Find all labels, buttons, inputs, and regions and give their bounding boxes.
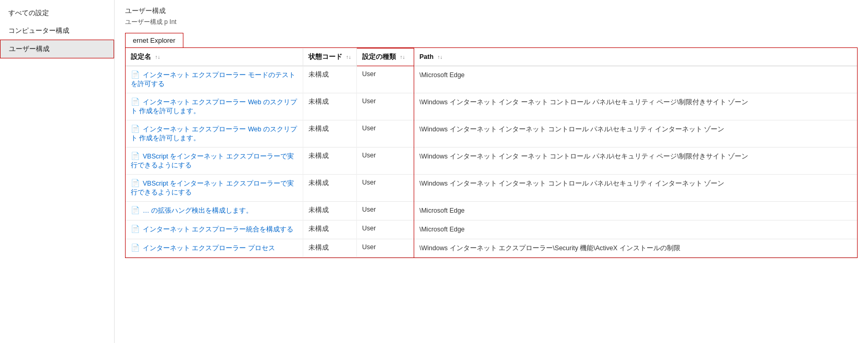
cell-status: 未構成 <box>303 175 356 202</box>
setting-name-link[interactable]: インターネット エクスプローラー統合を構成する <box>143 226 293 233</box>
col-header-name[interactable]: 設定名 ↑↓ <box>126 48 303 66</box>
cell-name: 📄インターネット エクスプローラー Web のスクリプト 作成を許可します。 <box>126 93 303 120</box>
setting-name-link[interactable]: インターネット エクスプローラー モードのテストを許可する <box>131 71 295 88</box>
cell-type: User <box>356 175 414 202</box>
doc-icon: 📄 <box>131 225 140 233</box>
doc-icon: 📄 <box>131 179 140 187</box>
cell-status: 未構成 <box>303 220 356 239</box>
col-header-path[interactable]: Path ↑↓ <box>414 48 857 66</box>
tab-ie[interactable]: ernet Explorer <box>125 33 183 47</box>
cell-path: \Windows インターネット インターネット コントロール パネル\セキュリ… <box>414 175 857 202</box>
sort-name-icon[interactable]: ↑↓ <box>155 54 160 60</box>
table-row: 📄インターネット エクスプローラー プロセス未構成User\Windows イン… <box>126 239 857 258</box>
setting-name-link[interactable]: VBScript をインターネット エクスプローラーで実行できるようにする <box>131 180 294 196</box>
main-content: ユーザー構成 ユーザー構成 p Int ernet Explorer 設定名 ↑… <box>115 0 868 343</box>
table-row: 📄インターネット エクスプローラー Web のスクリプト 作成を許可します。未構… <box>126 120 857 148</box>
cell-path: \Windows インターネット インタ ーネット コントロール パネル\セキュ… <box>414 93 857 120</box>
sidebar: すべての設定 コンピューター構成 ユーザー構成 <box>0 0 115 343</box>
settings-table-wrapper: 設定名 ↑↓ 状態コード ↑↓ 設定の種類 ↑↓ Path <box>125 47 858 258</box>
tab-ie-label: ernet Explorer <box>133 36 176 44</box>
tab-bar: ernet Explorer <box>125 33 858 47</box>
doc-icon: 📄 <box>131 70 140 79</box>
table-row: 📄インターネット エクスプローラー モードのテストを許可する未構成User\Mi… <box>126 66 857 93</box>
breadcrumb-main: ユーザー構成 <box>125 6 858 16</box>
cell-name: 📄VBScript をインターネット エクスプローラーで実行できるようにする <box>126 175 303 202</box>
cell-path: \Microsoft Edge <box>414 220 857 239</box>
table-row: 📄… の拡張ハング検出を構成します。未構成User\Microsoft Edge <box>126 202 857 220</box>
sidebar-item-computer-label: コンピューター構成 <box>8 27 69 34</box>
table-body: 📄インターネット エクスプローラー モードのテストを許可する未構成User\Mi… <box>126 66 857 258</box>
cell-name: 📄… の拡張ハング検出を構成します。 <box>126 202 303 220</box>
doc-icon: 📄 <box>131 206 140 214</box>
cell-name: 📄インターネット エクスプローラー統合を構成する <box>126 220 303 239</box>
breadcrumb-sub: ユーザー構成 p Int <box>125 18 858 27</box>
sidebar-item-all-label: すべての設定 <box>8 9 49 17</box>
sidebar-item-all[interactable]: すべての設定 <box>0 4 114 22</box>
table-row: 📄インターネット エクスプローラー統合を構成する未構成User\Microsof… <box>126 220 857 239</box>
cell-status: 未構成 <box>303 120 356 148</box>
cell-path: \Windows インターネット エクスプローラー\Security 機能\Ac… <box>414 239 857 258</box>
cell-path: \Windows インターネット インタ ーネット コントロール パネル\セキュ… <box>414 148 857 175</box>
doc-icon: 📄 <box>131 97 140 106</box>
cell-status: 未構成 <box>303 93 356 120</box>
settings-table: 設定名 ↑↓ 状態コード ↑↓ 設定の種類 ↑↓ Path <box>126 48 857 258</box>
cell-status: 未構成 <box>303 148 356 175</box>
col-header-type[interactable]: 設定の種類 ↑↓ <box>356 48 414 66</box>
setting-name-link[interactable]: インターネット エクスプローラー Web のスクリプト 作成を許可します。 <box>131 99 297 115</box>
sort-status-icon[interactable]: ↑↓ <box>346 54 351 60</box>
cell-name: 📄インターネット エクスプローラー Web のスクリプト 作成を許可します。 <box>126 120 303 148</box>
setting-name-link[interactable]: インターネット エクスプローラー プロセス <box>143 244 275 252</box>
col-header-status[interactable]: 状態コード ↑↓ <box>303 48 356 66</box>
cell-path: \Microsoft Edge <box>414 66 857 93</box>
table-row: 📄インターネット エクスプローラー Web のスクリプト 作成を許可します。未構… <box>126 93 857 120</box>
cell-type: User <box>356 202 414 220</box>
cell-type: User <box>356 220 414 239</box>
sidebar-item-computer[interactable]: コンピューター構成 <box>0 22 114 40</box>
table-header-row: 設定名 ↑↓ 状態コード ↑↓ 設定の種類 ↑↓ Path <box>126 48 857 66</box>
cell-type: User <box>356 148 414 175</box>
cell-name: 📄VBScript をインターネット エクスプローラーで実行できるようにする <box>126 148 303 175</box>
setting-name-link[interactable]: インターネット エクスプローラー Web のスクリプト 作成を許可します。 <box>131 126 297 142</box>
cell-type: User <box>356 66 414 93</box>
sidebar-item-user-label: ユーザー構成 <box>9 45 49 53</box>
table-row: 📄VBScript をインターネット エクスプローラーで実行できるようにする未構… <box>126 175 857 202</box>
setting-name-link[interactable]: VBScript をインターネット エクスプローラーで実行できるようにする <box>131 153 294 169</box>
doc-icon: 📄 <box>131 152 140 160</box>
doc-icon: 📄 <box>131 243 140 252</box>
sort-path-icon[interactable]: ↑↓ <box>438 54 443 60</box>
sidebar-item-user[interactable]: ユーザー構成 <box>0 40 114 58</box>
cell-type: User <box>356 239 414 258</box>
setting-name-link[interactable]: … の拡張ハング検出を構成します。 <box>143 207 253 214</box>
cell-path: \Microsoft Edge <box>414 202 857 220</box>
cell-status: 未構成 <box>303 66 356 93</box>
cell-path: \Windows インターネット インターネット コントロール パネル\セキュリ… <box>414 120 857 148</box>
app-layout: すべての設定 コンピューター構成 ユーザー構成 ユーザー構成 ユーザー構成 p … <box>0 0 868 343</box>
cell-status: 未構成 <box>303 239 356 258</box>
sort-type-icon[interactable]: ↑↓ <box>400 54 405 60</box>
table-row: 📄VBScript をインターネット エクスプローラーで実行できるようにする未構… <box>126 148 857 175</box>
cell-type: User <box>356 93 414 120</box>
cell-type: User <box>356 120 414 148</box>
cell-name: 📄インターネット エクスプローラー プロセス <box>126 239 303 258</box>
cell-name: 📄インターネット エクスプローラー モードのテストを許可する <box>126 66 303 93</box>
doc-icon: 📄 <box>131 125 140 133</box>
cell-status: 未構成 <box>303 202 356 220</box>
